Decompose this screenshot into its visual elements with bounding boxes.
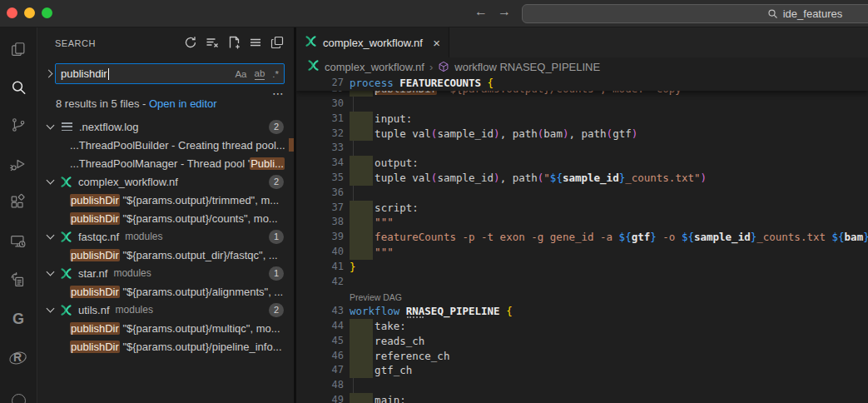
code-line[interactable]: 47 gtf_ch — [296, 363, 868, 378]
match-count-badge: 2 — [269, 120, 284, 134]
view-as-list-icon[interactable] — [249, 36, 262, 49]
search-match-row[interactable]: publishDir "${params.output_dir}/fastqc"… — [38, 246, 294, 264]
code-line[interactable]: 33 — [296, 141, 868, 156]
remote-explorer-icon[interactable] — [8, 231, 28, 251]
match-text: publishDir "${params.output}/pipeline_in… — [70, 341, 282, 353]
search-match-row[interactable]: ...ThreadPoolManager - Thread pool 'Publ… — [38, 154, 294, 172]
code-line[interactable]: 35 tuple val(sample_id), path("${sample_… — [296, 171, 868, 186]
search-match-row[interactable]: publishDir "${params.output}/counts", mo… — [38, 209, 294, 227]
code-line[interactable]: 43workflow RNASEQ_PIPELINE { — [296, 304, 868, 319]
search-match-row[interactable]: publishDir "${params.output}/multiqc", m… — [38, 319, 294, 337]
collapse-all-icon[interactable] — [270, 36, 284, 49]
chevron-right-icon: › — [429, 61, 433, 73]
search-match-row[interactable]: ...ThreadPoolBuilder - Creating thread p… — [38, 136, 294, 154]
clear-results-icon[interactable] — [206, 36, 219, 49]
toggle-replace-icon[interactable] — [45, 70, 53, 78]
search-file-row[interactable]: star.nfmodules1 — [38, 264, 294, 282]
refresh-icon[interactable] — [184, 36, 197, 49]
match-highlight: publishDir — [70, 341, 120, 353]
nextflow-icon — [307, 59, 320, 72]
match-count-badge: 1 — [269, 266, 284, 281]
new-search-editor-icon[interactable] — [227, 36, 241, 49]
code-line[interactable]: 39 featureCounts -p -t exon -g gene_id -… — [296, 230, 868, 245]
code-line[interactable]: 32 tuple val(sample_id), path(bam), path… — [296, 127, 868, 142]
chevron-down-icon[interactable] — [47, 231, 55, 240]
line-number: 32 — [296, 127, 344, 142]
code-line[interactable]: 48 — [296, 378, 868, 393]
code-line[interactable]: 27process FEATURECOUNTS { — [296, 76, 868, 91]
chevron-down-icon[interactable] — [47, 268, 55, 276]
window-minimize-button[interactable] — [24, 7, 35, 18]
code-line[interactable]: 38 """ — [296, 215, 868, 230]
chevron-down-icon[interactable] — [47, 305, 55, 313]
open-in-editor-link[interactable]: Open in editor — [149, 97, 217, 110]
whole-word-toggle[interactable]: ab — [255, 67, 265, 80]
codelens-row: Preview DAG — [296, 289, 868, 304]
extensions-icon[interactable] — [8, 192, 28, 212]
code-line[interactable]: 36 — [296, 186, 868, 201]
line-text: reads_ch — [350, 334, 424, 349]
sticky-line[interactable]: 27process FEATURECOUNTS { — [296, 76, 868, 91]
code-line[interactable]: 46 reference_ch — [296, 349, 868, 364]
file-dir-label: modules — [113, 267, 151, 279]
tab-complex-workflow[interactable]: complex_workflow.nf × — [296, 27, 449, 57]
line-text: process FEATURECOUNTS { — [350, 76, 494, 91]
nextflow-file-icon — [60, 176, 72, 188]
close-icon[interactable]: × — [433, 37, 440, 49]
match-text: publishDir "${params.output}/alignments"… — [70, 286, 283, 298]
toggle-search-details-icon[interactable]: ⋯ — [272, 87, 284, 100]
match-highlight: Publi... — [250, 157, 285, 170]
search-file-row[interactable]: fastqc.nfmodules1 — [38, 227, 294, 246]
panel-title: SEARCH — [55, 38, 96, 48]
code-line[interactable]: 45 reads_ch — [296, 334, 868, 349]
indent-guide — [353, 97, 354, 112]
search-icon — [767, 8, 778, 19]
match-case-toggle[interactable]: Aa — [235, 68, 246, 80]
code-line[interactable]: 30 — [296, 97, 868, 112]
r-language-icon[interactable]: R — [8, 348, 28, 368]
command-center-search[interactable]: ide_features — [522, 4, 868, 23]
search-match-row[interactable]: publishDir "${params.output}/trimmed", m… — [38, 191, 294, 209]
line-number: 31 — [296, 112, 344, 127]
code-line[interactable]: 34 output: — [296, 156, 868, 171]
gitlens-icon[interactable]: G — [8, 309, 28, 329]
search-view-icon[interactable] — [8, 77, 28, 97]
nav-back-icon[interactable]: ← — [473, 4, 489, 19]
source-control-icon[interactable] — [8, 115, 28, 135]
code-line[interactable]: 41} — [296, 260, 868, 275]
code-line[interactable]: 44 take: — [296, 319, 868, 334]
match-highlight: publishDir — [70, 322, 120, 335]
line-text: take: — [350, 319, 406, 334]
chevron-down-icon[interactable] — [47, 177, 55, 185]
chevron-down-icon[interactable] — [47, 122, 55, 130]
line-text: input: — [350, 112, 412, 127]
search-match-row[interactable]: publishDir "${params.output}/pipeline_in… — [38, 337, 294, 356]
code-line[interactable]: 29 publishDir "${params.output}/counts",… — [296, 91, 868, 97]
breadcrumb-file[interactable]: complex_workflow.nf — [325, 61, 424, 73]
search-file-row[interactable]: utils.nfmodules2 — [38, 301, 294, 319]
match-text: publishDir "${params.output}/counts", mo… — [70, 212, 278, 225]
results-summary: 8 results in 5 files - Open in editor — [56, 97, 217, 110]
run-debug-icon[interactable] — [8, 154, 28, 174]
explorer-icon[interactable] — [8, 40, 28, 60]
search-file-row[interactable]: complex_workflow.nf2 — [38, 172, 294, 191]
window-zoom-button[interactable] — [42, 7, 52, 18]
code-line[interactable]: 37 script: — [296, 201, 868, 216]
partial-bottom-icon[interactable] — [8, 391, 28, 403]
search-match-row[interactable]: publishDir "${params.output}/alignments"… — [38, 282, 294, 301]
line-text: workflow RNASEQ_PIPELINE { — [350, 304, 513, 319]
request-collections-icon[interactable] — [8, 271, 28, 291]
code-line[interactable]: 31 input: — [296, 112, 868, 127]
code-line[interactable]: 49 main: — [296, 393, 868, 403]
search-input[interactable]: publishdir Aa ab .* — [55, 63, 285, 84]
window-close-button[interactable] — [7, 7, 17, 18]
code-line[interactable]: 40 """ — [296, 245, 868, 260]
partial-line-sliver: 29 publishDir "${params.output}/counts",… — [296, 91, 868, 97]
line-text: main: — [350, 393, 406, 403]
search-file-row[interactable]: .nextflow.log2 — [38, 117, 294, 136]
regex-toggle[interactable]: .* — [272, 68, 279, 80]
code-line[interactable]: 42 — [296, 275, 868, 290]
breadcrumb-symbol[interactable]: workflow RNASEQ_PIPELINE — [454, 61, 600, 73]
line-number: 34 — [296, 156, 344, 171]
nav-forward-icon[interactable]: → — [496, 4, 513, 19]
